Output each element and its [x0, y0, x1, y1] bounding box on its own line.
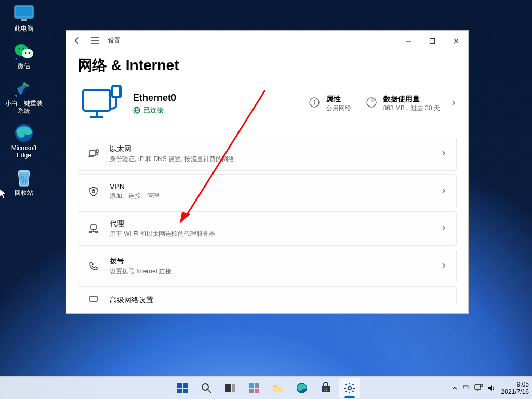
properties-title: 属性 [326, 95, 351, 104]
svg-rect-45 [255, 389, 259, 393]
svg-point-38 [202, 384, 208, 390]
svg-rect-34 [177, 383, 182, 388]
nav-menu-button[interactable] [90, 36, 100, 45]
svg-rect-26 [91, 225, 96, 229]
svg-rect-54 [475, 385, 481, 389]
title-bar [66, 31, 468, 51]
info-icon [309, 97, 320, 110]
data-usage-icon [366, 97, 377, 110]
properties-stat[interactable]: 属性 公用网络 [309, 95, 351, 113]
desktop-icon-wechat[interactable]: 微信 [3, 42, 45, 70]
label: 此电脑 [15, 25, 33, 32]
row-title: 以太网 [110, 144, 430, 154]
connection-state: 已连接 [133, 105, 176, 115]
svg-line-39 [208, 390, 211, 393]
file-explorer-button[interactable] [268, 378, 288, 398]
chevron-right-icon [441, 149, 447, 158]
ime-indicator[interactable]: 中 [463, 383, 469, 392]
connection-state-text: 已连接 [143, 105, 164, 115]
label: Microsoft Edge [11, 144, 37, 159]
svg-rect-50 [326, 388, 327, 389]
data-usage-stat[interactable]: 数据使用量 863 MB，过去 30 天 [366, 95, 457, 113]
svg-point-53 [348, 386, 351, 389]
network-tray-icon[interactable] [474, 384, 483, 392]
volume-tray-icon[interactable] [488, 384, 496, 392]
maximize-button[interactable] [420, 33, 444, 49]
svg-rect-35 [183, 383, 188, 388]
recycle-arrows-icon [12, 79, 35, 98]
settings-button[interactable] [339, 378, 360, 398]
svg-point-4 [22, 49, 33, 58]
edge-button[interactable] [291, 378, 312, 398]
svg-rect-31 [90, 296, 97, 301]
window-title: 设置 [108, 36, 121, 45]
row-sub: 设置拨号 Internet 连接 [110, 267, 430, 276]
row-title: 拨号 [110, 257, 430, 266]
system-tray: 中 9:05 2021/7/16 [451, 381, 529, 395]
row-vpn[interactable]: VPN添加、连接、管理 [78, 174, 457, 208]
svg-rect-25 [92, 191, 95, 193]
svg-rect-22 [89, 151, 96, 155]
label: 回收站 [15, 189, 33, 196]
taskbar-clock[interactable]: 9:05 2021/7/16 [501, 381, 529, 395]
close-button[interactable] [444, 33, 468, 49]
advanced-icon [88, 294, 99, 304]
svg-rect-29 [89, 231, 91, 233]
taskbar-center [172, 378, 360, 398]
computer-network-icon [80, 84, 124, 123]
mouse-cursor [0, 188, 7, 200]
row-advanced-network[interactable]: 高级网络设置 [78, 286, 457, 304]
svg-rect-2 [21, 19, 27, 21]
svg-point-6 [22, 48, 24, 49]
svg-point-10 [18, 170, 30, 173]
start-button[interactable] [172, 378, 193, 398]
data-usage-title: 数据使用量 [383, 95, 440, 104]
row-proxy[interactable]: 代理用于 Wi-Fi 和以太网连接的代理服务器 [78, 211, 457, 246]
widgets-button[interactable] [244, 378, 264, 398]
settings-window: 设置 网络 & Internet Ethernet0 [66, 30, 469, 314]
svg-rect-15 [112, 86, 121, 97]
ethernet-icon [88, 149, 99, 159]
svg-point-5 [18, 48, 20, 49]
edge-icon [12, 124, 35, 142]
label: 微信 [18, 62, 30, 70]
label: 小白一键重装 系统 [5, 100, 43, 114]
chevron-right-icon [441, 261, 447, 271]
tray-overflow-button[interactable] [451, 385, 458, 391]
svg-rect-42 [249, 383, 254, 388]
row-sub: 添加、连接、管理 [110, 192, 430, 201]
svg-point-19 [313, 100, 314, 101]
svg-rect-37 [183, 389, 188, 393]
row-title: VPN [110, 182, 430, 191]
taskbar: 中 9:05 2021/7/16 [0, 376, 532, 399]
network-status-header: Ethernet0 已连接 属性 公用网络 数据使用量 [80, 84, 457, 123]
svg-point-8 [29, 52, 30, 54]
task-view-button[interactable] [220, 378, 241, 398]
back-button[interactable] [73, 36, 82, 45]
chevron-right-icon [441, 224, 447, 233]
minimize-button[interactable] [396, 33, 420, 49]
desktop-icon-edge[interactable]: Microsoft Edge [3, 124, 45, 159]
desktop-icon-this-pc[interactable]: 此电脑 [3, 4, 45, 32]
chevron-right-icon [450, 99, 457, 108]
svg-rect-44 [249, 389, 254, 393]
globe-icon [133, 107, 140, 114]
row-dialup[interactable]: 拨号设置拨号 Internet 连接 [78, 249, 457, 283]
svg-rect-40 [225, 384, 231, 392]
wechat-icon [12, 42, 35, 60]
connection-name: Ethernet0 [133, 92, 176, 103]
svg-rect-46 [273, 387, 283, 392]
proxy-icon [88, 223, 99, 234]
desktop-icon-reinstall[interactable]: 小白一键重装 系统 [3, 79, 45, 114]
row-ethernet[interactable]: 以太网身份验证, IP 和 DNS 设置, 按流量计费的网络 [78, 137, 457, 171]
svg-rect-52 [326, 390, 327, 391]
desktop-icon-recycle-bin[interactable]: 回收站 [3, 168, 45, 196]
svg-rect-24 [96, 150, 98, 153]
store-button[interactable] [315, 378, 336, 398]
clock-time: 9:05 [501, 381, 529, 388]
row-title: 代理 [110, 219, 430, 229]
recycle-bin-icon [12, 168, 35, 187]
chevron-right-icon [441, 187, 447, 196]
properties-sub: 公用网络 [326, 104, 351, 113]
search-button[interactable] [196, 378, 217, 398]
